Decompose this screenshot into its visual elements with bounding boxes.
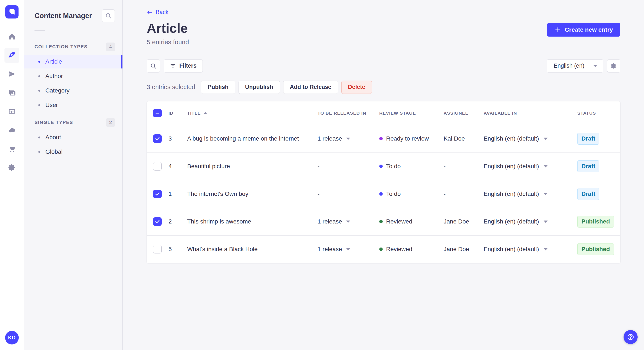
- cell-release: -: [318, 163, 379, 170]
- chevron-down-icon: [346, 137, 350, 140]
- table-row[interactable]: 5What's inside a Black Hole1 releaseRevi…: [147, 235, 620, 263]
- column-header-to-be-released-in[interactable]: TO BE RELEASED IN: [318, 111, 379, 116]
- add-to-release-button[interactable]: Add to Release: [283, 81, 338, 94]
- filters-button[interactable]: Filters: [164, 59, 203, 72]
- row-checkbox[interactable]: [153, 162, 162, 171]
- section-single-types: SINGLE TYPES2AboutGlobal: [24, 115, 122, 159]
- media-library-icon: [8, 89, 16, 97]
- release-value: 1 release: [318, 135, 342, 142]
- stage-label: Reviewed: [386, 246, 412, 253]
- column-header-label: AVAILABLE IN: [484, 111, 517, 116]
- release-value: 1 release: [318, 246, 342, 253]
- indeterminate-icon: [154, 110, 160, 116]
- settings-icon: [8, 164, 16, 172]
- cell-title: This shrimp is awesome: [187, 218, 318, 225]
- nav-media-library-button[interactable]: [4, 85, 20, 100]
- stage-label: To do: [386, 163, 401, 170]
- column-header-id[interactable]: ID: [168, 111, 187, 116]
- nav-marketplace-button[interactable]: [4, 141, 20, 156]
- cell-available-in[interactable]: English (en) (default): [484, 135, 577, 142]
- stage-label: Ready to review: [386, 135, 429, 142]
- bullet-icon: [38, 104, 40, 106]
- chevron-down-icon: [346, 248, 350, 251]
- table-row[interactable]: 1The internet's Own boy-To do-English (e…: [147, 180, 620, 208]
- section-count-badge: 2: [106, 118, 115, 127]
- cell-available-in[interactable]: English (en) (default): [484, 246, 577, 253]
- help-icon: [627, 334, 634, 341]
- row-checkbox[interactable]: [153, 245, 162, 253]
- bullet-icon: [38, 90, 40, 92]
- help-button[interactable]: [624, 330, 638, 344]
- check-icon: [154, 136, 160, 141]
- nav-content-button[interactable]: [4, 48, 20, 63]
- table-row[interactable]: 2This shrimp is awesome1 releaseReviewed…: [147, 208, 620, 235]
- cell-release[interactable]: 1 release: [318, 135, 379, 142]
- subnav-item-author[interactable]: Author: [24, 69, 122, 83]
- release-value: -: [318, 163, 320, 170]
- release-value: -: [318, 190, 320, 197]
- table-row[interactable]: 3A bug is becoming a meme on the interne…: [147, 125, 620, 153]
- strapi-logo[interactable]: [5, 5, 18, 18]
- cell-id: 2: [168, 218, 187, 225]
- nav-releases-button[interactable]: [4, 67, 20, 81]
- cell-release[interactable]: 1 release: [318, 246, 379, 253]
- entries-table: IDTITLETO BE RELEASED INREVIEW STAGEASSI…: [147, 101, 620, 263]
- section-label: COLLECTION TYPES: [34, 44, 88, 49]
- subnav-item-user[interactable]: User: [24, 98, 122, 112]
- subnav-item-label: Author: [45, 73, 63, 80]
- table-search-button[interactable]: [147, 59, 160, 72]
- subnav-item-category[interactable]: Category: [24, 84, 122, 97]
- row-checkbox[interactable]: [153, 190, 162, 198]
- user-avatar[interactable]: KD: [5, 331, 19, 345]
- rail-icon-list: [4, 29, 20, 175]
- cell-review-stage: Reviewed: [379, 246, 444, 253]
- cell-available-in[interactable]: English (en) (default): [484, 218, 577, 225]
- create-entry-button[interactable]: Create new entry: [547, 23, 620, 37]
- page-title: Article: [147, 21, 189, 35]
- subnav-item-article[interactable]: Article: [24, 55, 122, 68]
- column-header-status[interactable]: STATUS: [577, 111, 620, 116]
- release-value: 1 release: [318, 218, 342, 225]
- row-checkbox[interactable]: [153, 217, 162, 226]
- cell-review-stage: To do: [379, 163, 444, 170]
- cell-available-in[interactable]: English (en) (default): [484, 190, 577, 197]
- content-search-button[interactable]: [102, 9, 115, 22]
- back-label: Back: [156, 9, 168, 15]
- row-checkbox[interactable]: [153, 134, 162, 143]
- cell-assignee: -: [444, 190, 484, 197]
- toolbar-right: English (en): [547, 59, 620, 72]
- column-header-assignee[interactable]: ASSIGNEE: [444, 111, 484, 116]
- main-content: Back Article 5 entries found Create new …: [123, 0, 644, 350]
- back-link[interactable]: Back: [147, 9, 168, 15]
- toolbar: Filters English (en): [147, 59, 620, 72]
- select-all-checkbox[interactable]: [153, 109, 162, 117]
- cell-assignee: -: [444, 163, 484, 170]
- row-checkbox-cell: [147, 245, 168, 253]
- subnav-item-global[interactable]: Global: [24, 145, 122, 159]
- table-body: 3A bug is becoming a meme on the interne…: [147, 125, 620, 263]
- nav-deploy-button[interactable]: [4, 123, 20, 138]
- unpublish-button[interactable]: Unpublish: [238, 81, 280, 94]
- delete-button[interactable]: Delete: [342, 81, 372, 94]
- toolbar-left: Filters: [147, 59, 203, 72]
- column-header-available-in[interactable]: AVAILABLE IN: [484, 111, 577, 116]
- nav-content-type-builder-button[interactable]: [4, 104, 20, 119]
- table-row[interactable]: 4Beautiful picture-To do-English (en) (d…: [147, 153, 620, 180]
- nav-settings-button[interactable]: [4, 160, 20, 175]
- column-header-label: TITLE: [187, 111, 201, 116]
- locale-select[interactable]: English (en): [547, 59, 603, 72]
- check-icon: [154, 219, 160, 224]
- nav-home-button[interactable]: [4, 29, 20, 44]
- subnav-item-about[interactable]: About: [24, 131, 122, 144]
- column-header-review-stage[interactable]: REVIEW STAGE: [379, 111, 444, 116]
- cell-available-in[interactable]: English (en) (default): [484, 163, 577, 170]
- content-icon: [8, 51, 16, 59]
- publish-button[interactable]: Publish: [201, 81, 235, 94]
- column-header-title[interactable]: TITLE: [187, 111, 318, 116]
- search-icon: [150, 63, 156, 69]
- subnav-item-label: Global: [45, 149, 62, 155]
- view-settings-button[interactable]: [607, 59, 620, 72]
- title-row: Article 5 entries found Create new entry: [147, 21, 620, 46]
- subnav-item-label: User: [45, 102, 58, 108]
- cell-release[interactable]: 1 release: [318, 218, 379, 225]
